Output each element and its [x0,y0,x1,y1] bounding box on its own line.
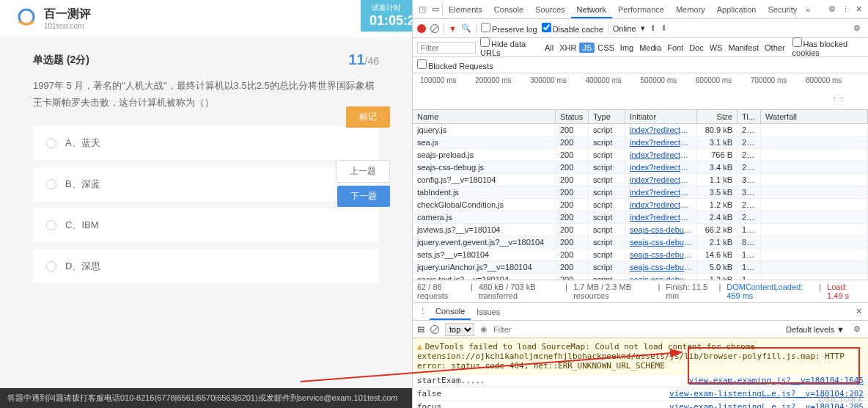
download-icon[interactable]: ⬇ [661,23,667,33]
filter-doc[interactable]: Doc [686,43,707,53]
context-select[interactable]: top [445,323,474,336]
filter-all[interactable]: All [542,43,556,53]
filter-js[interactable]: JS [579,43,595,53]
console-warning[interactable]: ▲DevTools failed to load SourceMap: Coul… [413,338,868,374]
logo-title: 百一测评 [44,7,91,22]
next-button[interactable]: 下一题 [337,186,390,207]
console-line[interactable]: startExam.....view-exam-examing.js?__v=1… [413,374,868,387]
filter-toggle-icon[interactable]: ▼ [449,24,457,33]
filter-other[interactable]: Other [762,43,788,53]
console-settings-icon[interactable] [850,324,864,334]
table-row[interactable]: seajs-css-debug.js200scriptindex?redirec… [413,161,868,174]
option-0[interactable]: A、蓝天 [33,126,379,160]
radio-icon [46,220,56,230]
question-area: 单选题 (2分) 11/46 1997年 5 月，著名的"人机大战"，最终计算机… [0,37,412,305]
blocked-requests-checkbox[interactable]: Blocked Requests [417,59,493,70]
radio-icon [46,179,56,189]
filter-media[interactable]: Media [636,43,664,53]
col-name[interactable]: Name [413,110,556,123]
filter-css[interactable]: CSS [595,43,617,53]
prev-button[interactable]: 上一题 [336,160,390,183]
option-2[interactable]: C、IBM [33,208,379,242]
col-size[interactable]: Size [697,110,738,123]
radio-icon [46,138,56,148]
console-body: ▲DevTools failed to load SourceMap: Coul… [413,338,868,408]
table-row[interactable]: jquery.js200scriptindex?redirect=0...80.… [413,124,868,136]
table-row[interactable]: tabIndent.js200scriptindex?redirect=0...… [413,186,868,199]
devtools-tabs: ◳ ▭ ElementsConsoleSourcesNetworkPerform… [413,0,868,19]
table-row[interactable]: config.js?__v=180104200scriptindex?redir… [413,174,868,186]
eye-icon[interactable] [480,324,488,334]
col-initiator[interactable]: Initiator [625,110,697,123]
col-waterfall[interactable]: Waterfall [761,110,868,123]
timer-label: 试卷计时 [369,3,403,13]
filter-manifest[interactable]: Manifest [725,43,762,53]
clear-icon[interactable] [430,24,439,33]
has-blocked-checkbox[interactable]: Has blocked cookies [792,37,864,57]
blocked-row: Blocked Requests [413,57,868,73]
tab-network[interactable]: Network [571,2,612,18]
tab-security[interactable]: Security [762,2,803,17]
close-devtools-icon[interactable] [853,4,865,14]
throttling-select[interactable]: Online [613,24,636,33]
table-row[interactable]: jquery.event.gevent.js?__v=180104200scri… [413,236,868,249]
drawer-more-icon[interactable] [416,307,430,316]
levels-select[interactable]: Default levels ▼ [786,325,845,334]
more-icon[interactable] [839,4,853,14]
table-row[interactable]: sets.js?__v=180104200scriptseajs-css-deb… [413,249,868,261]
filter-input[interactable] [417,42,476,54]
option-label: C、IBM [65,219,99,232]
filter-ws[interactable]: WS [707,43,726,53]
filter-xhr[interactable]: XHR [556,43,579,53]
option-1[interactable]: B、深蓝 [33,167,379,201]
network-table: Name Status Type Initiator Size Ti... Wa… [413,110,868,280]
option-3[interactable]: D、深思 [33,249,379,283]
hide-data-urls-checkbox[interactable]: Hide data URLs [480,37,537,57]
search-icon[interactable]: 🔍 [461,23,471,33]
logo[interactable]: 百一测评 101test.com [15,7,91,30]
close-drawer-icon[interactable] [853,307,865,316]
tab-console[interactable]: Console [488,2,529,17]
table-row[interactable]: checkGlobalCondition.js200scriptindex?re… [413,199,868,211]
console-sidebar-icon[interactable]: ▤ [417,324,424,334]
tab-elements[interactable]: Elements [443,2,488,17]
drawer-tab-issues[interactable]: Issues [471,305,506,319]
more-tabs-icon[interactable] [803,5,813,14]
console-line[interactable]: focusview-exam-listeningL…e.js?__v=18010… [413,401,868,408]
filter-img[interactable]: Img [617,43,636,53]
filter-row: Hide data URLs AllXHRJSCSSImgMediaFontDo… [413,38,868,57]
tab-memory[interactable]: Memory [670,2,711,17]
console-clear-icon[interactable] [430,325,439,334]
filter-font[interactable]: Font [664,43,686,53]
network-settings-icon[interactable] [850,23,864,33]
mark-button[interactable]: 标记 [346,106,390,128]
record-icon[interactable] [417,24,426,33]
tab-application[interactable]: Application [711,2,762,17]
logo-subtitle: 101test.com [44,22,91,30]
table-row[interactable]: jsviews.js?__v=180104200scriptseajs-css-… [413,224,868,236]
table-row[interactable]: sea.js200scriptindex?redirect=0...3.1 kB… [413,136,868,149]
tab-performance[interactable]: Performance [612,2,670,17]
settings-icon[interactable] [825,4,839,14]
col-type[interactable]: Type [589,110,625,123]
timeline-overview[interactable]: 100000 ms200000 ms300000 ms400000 ms5000… [413,73,868,110]
console-filter-input[interactable] [493,325,780,334]
inspect-icon[interactable]: ◳ [416,4,429,14]
table-row[interactable]: camera.js200scriptindex?redirect=0...2.4… [413,211,868,224]
preserve-log-checkbox[interactable]: Preserve log [481,23,537,34]
drawer-tab-console[interactable]: Console [430,304,471,320]
disable-cache-checkbox[interactable]: Disable cache [542,23,603,34]
col-time[interactable]: Ti... [738,110,761,123]
question-text: 1997年 5 月，著名的"人机大战"，最终计算机以3.5比2.5的总比分将世界… [33,77,379,112]
table-row[interactable]: jquery.uriAnchor.js?__v=180104200scripts… [413,261,868,274]
device-icon[interactable]: ▭ [429,4,442,14]
option-label: B、深蓝 [65,178,100,191]
upload-icon[interactable]: ⬆ [650,23,656,33]
footer-bar: 答题中遇到问题请拨打客服电话010-8216(6778|6561|6570|65… [0,388,412,408]
throttling-dropdown-icon[interactable]: ▾ [641,23,645,33]
col-status[interactable]: Status [556,110,589,123]
console-line[interactable]: falseview-exam-listeningL…e.js?__v=18010… [413,387,868,401]
table-row[interactable]: seajs-text.js?__v=180104200scriptseajs-c… [413,274,868,280]
table-row[interactable]: seajs-preload.js200scriptindex?redirect=… [413,149,868,161]
tab-sources[interactable]: Sources [529,2,570,17]
